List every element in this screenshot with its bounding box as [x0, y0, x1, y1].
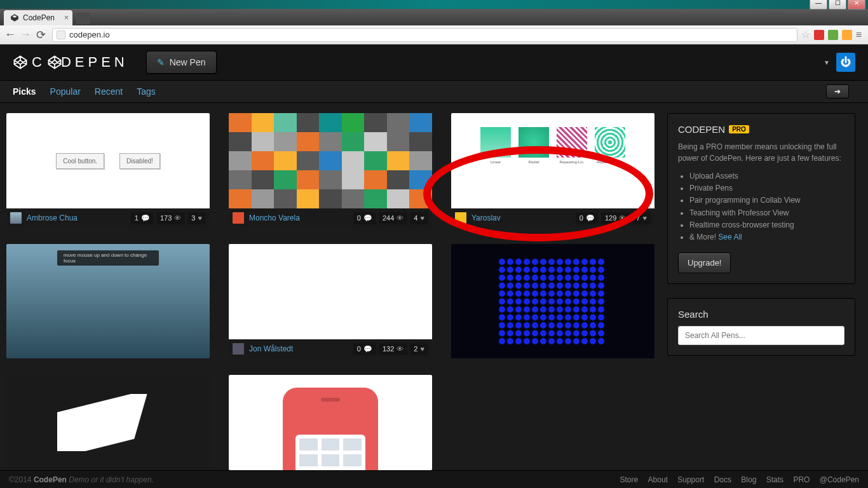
svg-point-3 [524, 259, 530, 265]
svg-point-21 [565, 267, 571, 273]
likes-stat[interactable]: 2♥ [410, 343, 428, 355]
views-stat[interactable]: 173👁 [156, 212, 185, 224]
next-page-button[interactable]: ➔ [826, 85, 849, 98]
svg-point-36 [581, 274, 588, 281]
footer-link[interactable]: Blog [741, 475, 756, 484]
extension-icon-3[interactable] [842, 30, 852, 40]
svg-point-34 [565, 274, 571, 281]
pen-thumbnail [229, 244, 432, 339]
pen-card[interactable]: amos 0💬 108👁 2♥ [451, 244, 654, 358]
svg-point-20 [557, 267, 563, 273]
window-minimize-button[interactable]: — [810, 0, 827, 10]
bookmark-star-icon[interactable]: ☆ [801, 29, 810, 41]
page-icon [57, 30, 65, 39]
pen-card[interactable]: Linear Radial Repeating-Lin. Repeating-R… [451, 113, 654, 227]
author-avatar [233, 212, 244, 224]
new-pen-button[interactable]: New Pen [146, 51, 217, 74]
svg-point-33 [557, 274, 563, 281]
svg-point-26 [499, 274, 505, 281]
search-input[interactable] [678, 326, 844, 345]
comments-stat[interactable]: 0💬 [353, 212, 376, 224]
likes-stat[interactable]: 4♥ [410, 212, 428, 224]
svg-point-118 [507, 330, 513, 337]
likes-stat[interactable]: 3♥ [187, 212, 206, 224]
browser-toolbar: ← → ⟳ codepen.io ☆ ≡ [0, 25, 868, 44]
svg-point-61 [573, 290, 580, 297]
svg-point-93 [515, 315, 522, 321]
svg-point-53 [507, 290, 513, 297]
pen-card[interactable]: Cool button. Disabled! Ambrose Chua 1💬 1… [6, 113, 210, 227]
new-tab-button[interactable] [76, 13, 90, 24]
pen-thumbnail: move mouse up and down to change focus [6, 244, 210, 358]
author-link[interactable]: Yaroslav [471, 214, 501, 222]
svg-point-112 [565, 322, 571, 329]
svg-point-137 [557, 338, 563, 344]
comments-stat[interactable]: 0💬 [353, 343, 376, 355]
svg-point-72 [557, 299, 563, 305]
svg-point-22 [573, 267, 580, 273]
tab-title: CodePen [23, 13, 55, 22]
filter-tags[interactable]: Tags [137, 86, 156, 97]
footer-link[interactable]: Store [620, 475, 639, 484]
author-link[interactable]: Moncho Varela [249, 214, 300, 222]
svg-point-136 [548, 338, 555, 344]
svg-point-41 [515, 283, 522, 289]
views-stat[interactable]: 129👁 [601, 212, 630, 224]
tab-close-icon[interactable]: × [64, 13, 69, 22]
footer-link[interactable]: PRO [793, 475, 810, 484]
author-link[interactable]: Ambrose Chua [27, 214, 78, 222]
address-bar[interactable]: codepen.io [52, 28, 797, 42]
app-header: CDEPEN New Pen ▼ ⏻ [0, 44, 868, 80]
svg-point-138 [565, 338, 571, 344]
svg-point-103 [598, 315, 604, 321]
author-link[interactable]: Jon Wålstedt [249, 344, 293, 353]
pen-card[interactable] [6, 375, 210, 470]
svg-point-32 [548, 274, 555, 281]
svg-point-107 [524, 322, 530, 329]
svg-point-128 [590, 330, 596, 337]
codepen-favicon-icon [10, 13, 19, 22]
footer-link[interactable]: Support [677, 475, 704, 484]
svg-point-102 [590, 315, 596, 321]
window-maximize-button[interactable]: ☐ [829, 0, 846, 10]
pro-feature-list: Upload Assets Private Pens Pair programm… [678, 170, 844, 243]
filter-recent[interactable]: Recent [95, 86, 123, 97]
chrome-menu-icon[interactable]: ≡ [856, 29, 862, 41]
footer-link[interactable]: Stats [766, 475, 783, 484]
svg-point-4 [532, 259, 538, 265]
window-close-button[interactable]: ✕ [848, 0, 865, 10]
reload-button[interactable]: ⟳ [33, 27, 48, 43]
back-button[interactable]: ← [3, 27, 18, 43]
svg-point-0 [499, 259, 505, 265]
footer-link[interactable]: @CodePen [820, 475, 859, 484]
svg-point-114 [581, 322, 588, 329]
user-menu-caret-icon[interactable]: ▼ [824, 59, 830, 66]
pen-card[interactable]: Moncho Varela 0💬 244👁 4♥ [229, 113, 432, 227]
extension-icon-2[interactable] [828, 30, 838, 40]
see-all-link[interactable]: See All [718, 233, 742, 241]
filter-picks[interactable]: Picks [13, 86, 36, 97]
codepen-logo[interactable]: CDEPEN [13, 54, 128, 71]
user-avatar-button[interactable]: ⏻ [836, 53, 855, 72]
pen-thumbnail [6, 375, 210, 470]
upgrade-button[interactable]: Upgrade! [678, 252, 731, 273]
comments-stat[interactable]: 1💬 [131, 212, 154, 224]
views-stat[interactable]: 244👁 [379, 212, 407, 224]
svg-point-44 [540, 283, 546, 289]
comments-stat[interactable]: 0💬 [576, 212, 599, 224]
extension-icon-1[interactable] [814, 30, 824, 40]
pro-feature-item: Realtime cross-browser testing [689, 219, 844, 231]
pen-card[interactable]: move mouse up and down to change focus S… [6, 244, 210, 358]
svg-point-30 [532, 274, 538, 281]
browser-tab-active[interactable]: CodePen × [4, 10, 72, 25]
svg-point-90 [598, 306, 604, 313]
pen-thumbnail: Cool button. Disabled! [6, 113, 210, 208]
filter-popular[interactable]: Popular [50, 86, 81, 97]
pen-card[interactable]: Jon Wålstedt 0💬 132👁 2♥ [229, 244, 432, 358]
pen-card[interactable] [229, 375, 432, 470]
footer-link[interactable]: About [648, 475, 668, 484]
footer-link[interactable]: Docs [714, 475, 731, 484]
views-stat[interactable]: 132👁 [379, 343, 407, 355]
likes-stat[interactable]: 7♥ [632, 212, 651, 224]
forward-button[interactable]: → [18, 27, 33, 43]
